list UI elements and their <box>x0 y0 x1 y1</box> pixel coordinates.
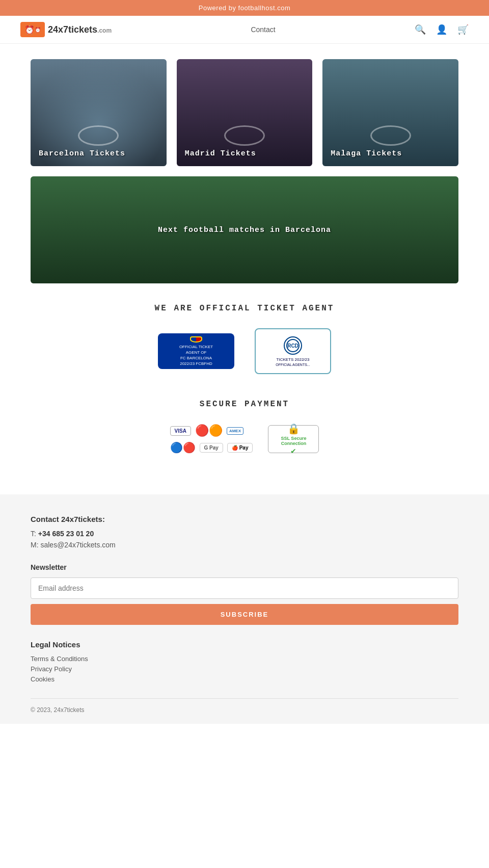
badge-fc-line4: 2022/23 FCBFHD <box>180 361 212 366</box>
cards-row-2: Next football matches in Barcelona <box>31 176 458 283</box>
badge-espanyol-line1: TICKETS 2022/23 <box>277 357 310 362</box>
privacy-link[interactable]: Privacy Policy <box>31 665 458 673</box>
payment-row-1: VISA 🔴🟠 AMEX <box>170 424 243 437</box>
amex-icon: AMEX <box>227 427 243 435</box>
legal-section: Legal Notices Terms & Conditions Privacy… <box>31 640 458 683</box>
payment-badges: VISA 🔴🟠 AMEX 🔵🔴 G Pay 🍎 Pay 🔒 SSL Secure… <box>31 424 458 454</box>
subscribe-button[interactable]: SUBSCRIBE <box>31 604 458 625</box>
ssl-checkmark-icon: ✔ <box>290 447 296 455</box>
official-title: WE ARE OFFICIAL TICKET AGENT <box>31 304 458 313</box>
email-label: M: <box>31 541 39 549</box>
badge-fc-line1: OFFICIAL TICKET <box>179 345 213 349</box>
payment-row-2: 🔵🔴 G Pay 🍎 Pay <box>170 441 253 454</box>
logo-domain: .com <box>97 27 112 34</box>
nav-right: 🔍 👤 🛒 <box>415 24 469 35</box>
newsletter-title: Newsletter <box>31 563 458 571</box>
card-football-label: Next football matches in Barcelona <box>36 226 453 234</box>
fcb-shield-icon <box>190 336 202 343</box>
terms-link[interactable]: Terms & Conditions <box>31 655 458 663</box>
applepay-icon: 🍎 Pay <box>227 443 253 453</box>
ssl-lock-icon: 🔒 <box>287 423 300 435</box>
contact-title: Contact 24x7tickets: <box>31 515 458 523</box>
stadium-shape-malaga <box>370 125 411 146</box>
footer-bottom: © 2023, 24x7tickets <box>31 698 458 714</box>
cookies-link[interactable]: Cookies <box>31 675 458 683</box>
cart-button[interactable]: 🛒 <box>457 24 469 35</box>
badge-fcbarcelona: OFFICIAL TICKET AGENT OF FC BARCELONA 20… <box>158 333 234 369</box>
logo[interactable]: ⏰ 24x7tickets.com <box>20 22 112 37</box>
logo-brand: 24x7 <box>48 24 68 35</box>
badge-fc-line3: FC BARCELONA <box>180 356 212 360</box>
card-madrid-label: Madrid Tickets <box>185 149 305 158</box>
googlepay-icon: G Pay <box>200 443 223 453</box>
card-malaga[interactable]: Malaga Tickets <box>322 59 458 166</box>
card-barcelona-label: Barcelona Tickets <box>39 149 158 158</box>
mastercard-icon: 🔴🟠 <box>195 424 223 437</box>
search-button[interactable]: 🔍 <box>415 24 426 35</box>
cards-row-1: Barcelona Tickets Madrid Tickets Malaga … <box>31 59 458 166</box>
badges-row: OFFICIAL TICKET AGENT OF FC BARCELONA 20… <box>31 328 458 374</box>
card-barcelona[interactable]: Barcelona Tickets <box>31 59 167 166</box>
header: ⏰ 24x7tickets.com Contact 🔍 👤 🛒 <box>0 16 489 44</box>
visa-icon: VISA <box>170 426 191 436</box>
user-button[interactable]: 👤 <box>436 24 447 35</box>
top-banner: Powered by footballhost.com <box>0 0 489 16</box>
legal-title: Legal Notices <box>31 640 458 649</box>
logo-suffix: tickets <box>68 24 97 35</box>
badge-fc-line2: AGENT OF <box>186 350 207 355</box>
stadium-shape-madrid <box>224 125 265 146</box>
main-nav: Contact <box>251 25 275 34</box>
badge-espanyol: RCD TICKETS 2022/23 OFFICIAL AGENTS... <box>255 328 331 374</box>
phone-number: +34 685 23 01 20 <box>38 530 94 538</box>
logo-icon: ⏰ <box>20 22 45 37</box>
phone-label: T: <box>31 530 36 538</box>
payment-section: SECURE PAYMENT VISA 🔴🟠 AMEX 🔵🔴 G Pay 🍎 P… <box>31 400 458 454</box>
main-content: Barcelona Tickets Madrid Tickets Malaga … <box>0 44 489 494</box>
card-madrid[interactable]: Madrid Tickets <box>177 59 313 166</box>
banner-text: Powered by footballhost.com <box>199 4 290 12</box>
payment-title: SECURE PAYMENT <box>31 400 458 409</box>
card-football[interactable]: Next football matches in Barcelona <box>31 176 458 283</box>
ssl-badge: 🔒 SSL Secure Connection ✔ <box>268 425 319 453</box>
copyright-text: © 2023, 24x7tickets <box>31 706 85 714</box>
espanyol-logo-icon: RCD <box>284 336 302 355</box>
footer: Contact 24x7tickets: T: +34 685 23 01 20… <box>0 494 489 724</box>
footer-phone: T: +34 685 23 01 20 <box>31 530 458 538</box>
email-input[interactable] <box>31 577 458 599</box>
logo-text: 24x7tickets.com <box>48 24 112 35</box>
badge-espanyol-line2: OFFICIAL AGENTS... <box>276 363 310 366</box>
payment-methods: VISA 🔴🟠 AMEX 🔵🔴 G Pay 🍎 Pay <box>170 424 253 454</box>
footer-contact: Contact 24x7tickets: T: +34 685 23 01 20… <box>31 515 458 549</box>
email-link[interactable]: sales@24x7tickets.com <box>40 541 115 549</box>
svg-text:RCD: RCD <box>287 343 298 349</box>
nav-contact[interactable]: Contact <box>251 25 275 34</box>
paypal-icon: 🔵🔴 <box>170 441 196 454</box>
ssl-text: SSL Secure Connection <box>268 436 318 446</box>
newsletter-section: Newsletter SUBSCRIBE <box>31 563 458 625</box>
card-malaga-label: Malaga Tickets <box>331 149 450 158</box>
footer-email: M: sales@24x7tickets.com <box>31 541 458 549</box>
official-section: WE ARE OFFICIAL TICKET AGENT OFFICIAL TI… <box>31 304 458 374</box>
stadium-shape-barcelona <box>78 125 119 146</box>
